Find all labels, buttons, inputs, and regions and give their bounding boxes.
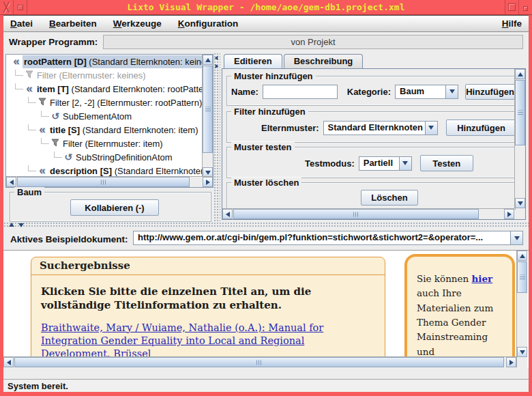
tree-node-label: title [S] (Standard Elternknoten: item) [48,124,202,137]
add-pattern-group: Muster hinzufügen Name: Kategorie: Baum … [226,76,516,106]
splitter-collapse-right-icon[interactable] [216,64,219,68]
scrollbar-thumb[interactable] [233,209,479,219]
pattern-tree: «rootPattern [D] (Standard Elternknoten:… [6,55,202,176]
editor-tabs: Editieren Beschreibung [224,54,363,68]
tree-node[interactable]: ↺SubStringDefinitionAtom [6,150,202,164]
scroll-down-button[interactable] [517,347,527,357]
tree-node[interactable]: Filter (Elternmuster: keines) [6,68,202,82]
tree-node[interactable]: «description [S] (Standard Elternknoten:… [6,164,202,176]
elternmuster-label: Elternmuster: [261,123,319,133]
delete-button[interactable]: Löschen [361,190,418,206]
tree-vertical-scrollbar[interactable] [202,55,213,178]
restore-button[interactable] [518,0,532,14]
elternmuster-combobox[interactable]: Standard Elternknoten [323,121,438,135]
arrow-left-icon [7,360,11,365]
scroll-right-button[interactable] [504,209,514,219]
scroll-left-button[interactable] [3,357,14,367]
add-pattern-button[interactable]: Hinzufügen [465,84,515,100]
scrollbar-thumb[interactable] [17,177,190,187]
tree-node[interactable]: «rootPattern [D] (Standard Elternknoten:… [6,55,202,68]
maximize-button[interactable] [505,0,518,14]
results-title: Suchergebnisse [31,257,385,275]
window-menu-icon: ╳ [4,2,10,12]
scroll-left-button[interactable] [222,209,233,219]
scrollbar-thumb[interactable] [517,261,527,293]
scrollbar-thumb[interactable] [203,66,213,153]
arrow-down-icon [518,201,523,206]
scroll-up-button[interactable] [517,251,527,261]
collapse-button[interactable]: Kollabieren (-) [70,199,159,216]
tree-node-label: SubStringDefinitionAtom [74,151,202,164]
scroll-right-button[interactable] [506,357,516,367]
vertical-splitter[interactable] [213,53,220,222]
tree-connector-line [54,152,62,158]
tree-node[interactable]: «item [T] (Standard Elternknoten: rootPa… [6,82,202,96]
window-menu-button[interactable]: ╳ [0,0,14,14]
document-bar: Aktives Beispieldokument: http://www.gem… [3,228,529,250]
iconify-icon [18,5,23,10]
tree-connector-line [28,97,36,103]
scroll-left-button[interactable] [6,177,16,187]
tree-node-label: rootPattern [D] (Standard Elternknoten: … [23,55,202,68]
window-frame: ╳ Lixto Visual Wrapper - /home/aoe/gem-d… [0,0,532,396]
menu-item-werkzeuge[interactable]: Werkzeuge [113,18,162,29]
splitter-collapse-up-icon[interactable] [9,223,14,227]
name-label: Name: [231,87,258,97]
arrow-left-icon [10,180,14,185]
combo-arrow-icon[interactable] [445,85,458,98]
hier-link[interactable]: hier [472,273,493,284]
combo-arrow-icon[interactable] [510,231,522,244]
tab-beschreibung[interactable]: Beschreibung [284,54,364,68]
tab-editieren[interactable]: Editieren [224,54,282,68]
menu-item-hilfe[interactable]: Hilfe [502,18,529,29]
scroll-up-button[interactable] [515,69,525,79]
testmodus-combobox[interactable]: Partiell [359,156,412,171]
tree-horizontal-scrollbar[interactable] [6,176,213,187]
tree-node[interactable]: ↺SubElementAtom [6,109,202,123]
filter-icon [23,70,35,81]
editor-horizontal-scrollbar[interactable] [222,208,514,219]
test-button[interactable]: Testen [420,155,473,171]
scroll-right-button[interactable] [203,177,213,187]
arrow-down-icon [205,171,211,175]
tree-node[interactable]: Filter (Elternmuster: item) [6,137,202,150]
scrollbar-thumb[interactable] [515,80,525,145]
status-bar: System bereit. [3,379,529,392]
pattern-icon: « [10,57,23,66]
scrollbar-thumb[interactable] [14,357,504,367]
scroll-down-button[interactable] [515,198,525,208]
tree-node-label: Filter (Elternmuster: keines) [35,69,202,82]
menu-item-konfiguration[interactable]: Konfiguration [178,18,238,29]
kategorie-combobox[interactable]: Baum [395,85,458,99]
test-pattern-group: Muster testen Testmodus: Partiell Testen [226,147,516,178]
maximize-icon [508,3,516,11]
combo-arrow-icon[interactable] [399,157,411,170]
browser-horizontal-scrollbar[interactable] [3,356,516,367]
test-pattern-title: Muster testen [231,142,295,152]
window-title: Lixto Visual Wrapper - /home/aoe/gem-db1… [27,0,505,14]
tree-node[interactable]: Filter [2, -2] (Elternmuster: rootPatter… [6,96,202,109]
iconify-button[interactable] [14,0,27,14]
arrow-up-icon [518,72,523,76]
editor-vertical-scrollbar[interactable] [514,69,525,208]
tree-node[interactable]: «title [S] (Standard Elternknoten: item) [6,123,202,137]
document-url-combobox[interactable]: http://www.gem.or.at/cgi-bin/gem.pl?funk… [133,231,523,245]
menu-item-bearbeiten[interactable]: Bearbeiten [49,18,97,29]
add-filter-button[interactable]: Hinzufügen [446,119,517,136]
browser-vertical-scrollbar[interactable] [516,251,527,367]
combo-arrow-icon[interactable] [425,122,437,135]
arrow-down-icon [520,350,525,354]
splitter-collapse-down-icon[interactable] [18,223,24,227]
add-filter-group: Filter hinzufügen Elternmuster: Standard… [226,111,516,143]
arrow-left-icon [226,212,230,217]
testmodus-value: Partiell [359,157,399,170]
menu-item-datei[interactable]: Datei [10,18,33,29]
scroll-up-button[interactable] [203,55,213,65]
arrow-right-icon [206,180,210,185]
filter-icon [36,98,48,108]
horizontal-splitter[interactable] [3,222,529,228]
splitter-collapse-left-icon[interactable] [215,56,218,60]
result-link[interactable]: Braithwaite, Mary / Wuiame, Nathalie (o.… [41,322,361,360]
pattern-icon: « [36,125,48,135]
pattern-name-input[interactable] [263,85,338,99]
